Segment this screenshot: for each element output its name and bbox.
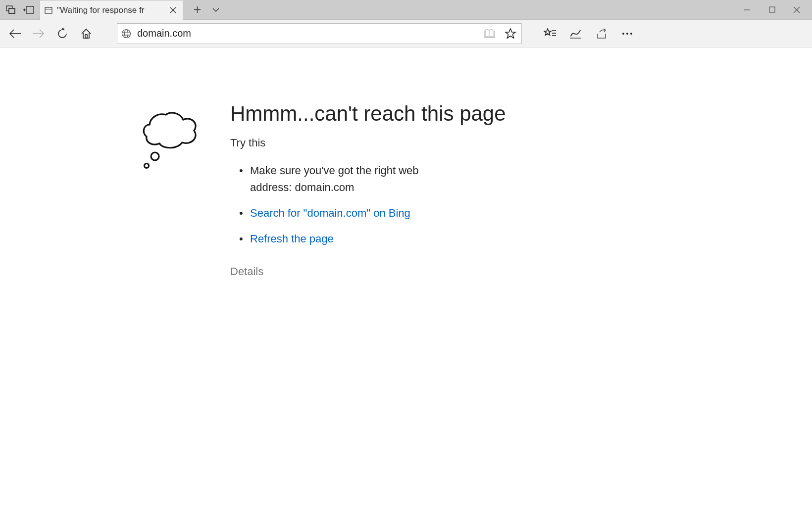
details-toggle[interactable]: Details	[230, 265, 506, 278]
tab-tools	[0, 0, 40, 19]
try-item-search-bing: Search for "domain.com" on Bing	[239, 205, 447, 222]
notes-icon[interactable]	[563, 23, 588, 45]
svg-rect-3	[26, 6, 34, 13]
toolbar	[0, 20, 812, 47]
globe-icon	[120, 28, 132, 40]
minimize-button[interactable]	[735, 0, 760, 20]
svg-point-18	[125, 29, 128, 38]
svg-point-17	[122, 29, 131, 38]
svg-point-29	[151, 152, 159, 160]
try-item-refresh: Refresh the page	[239, 231, 447, 247]
toolbar-right	[538, 23, 640, 45]
tab-dropdown-button[interactable]	[209, 3, 223, 17]
try-this-label: Try this	[230, 137, 506, 149]
svg-marker-21	[506, 29, 515, 38]
tab-actions	[183, 0, 223, 19]
new-tab-button[interactable]	[190, 3, 204, 17]
close-tab-button[interactable]	[167, 4, 179, 16]
svg-rect-16	[85, 35, 87, 38]
tab-title: "Waiting for response fr	[57, 5, 163, 15]
favorite-star-icon[interactable]	[503, 26, 518, 42]
svg-rect-4	[45, 7, 52, 13]
address-bar[interactable]	[117, 23, 522, 44]
search-bing-link[interactable]: Search for "domain.com" on Bing	[250, 207, 410, 219]
svg-point-26	[622, 33, 624, 35]
forward-button[interactable]	[28, 23, 50, 45]
maximize-button[interactable]	[760, 0, 784, 20]
thought-cloud-icon	[139, 102, 210, 171]
svg-point-27	[626, 33, 628, 35]
svg-point-28	[630, 33, 632, 35]
error-title: Hmmm...can't reach this page	[230, 102, 506, 126]
svg-rect-11	[769, 7, 775, 12]
reading-view-icon[interactable]	[482, 26, 498, 42]
close-window-button[interactable]	[784, 0, 809, 20]
favorites-hub-icon[interactable]	[538, 23, 562, 45]
svg-point-30	[145, 164, 149, 168]
share-icon[interactable]	[589, 23, 614, 45]
set-aside-tabs-icon[interactable]	[23, 4, 35, 16]
error-page: Hmmm...can't reach this page Try this Ma…	[139, 102, 506, 278]
try-item-check-address: Make sure you've got the right web addre…	[239, 162, 447, 196]
titlebar: "Waiting for response fr	[0, 0, 812, 20]
tab-activity-icon[interactable]	[5, 4, 17, 16]
home-button[interactable]	[75, 23, 97, 45]
try-list: Make sure you've got the right web addre…	[230, 162, 506, 247]
back-button[interactable]	[4, 23, 26, 45]
window-controls	[735, 0, 812, 19]
refresh-page-link[interactable]: Refresh the page	[250, 233, 334, 245]
refresh-button[interactable]	[51, 23, 73, 45]
more-menu-icon[interactable]	[615, 23, 640, 45]
browser-tab[interactable]: "Waiting for response fr	[40, 0, 183, 20]
svg-rect-1	[9, 8, 15, 13]
url-input[interactable]	[137, 28, 482, 39]
page-favicon-icon	[44, 6, 53, 15]
svg-marker-22	[544, 29, 551, 35]
